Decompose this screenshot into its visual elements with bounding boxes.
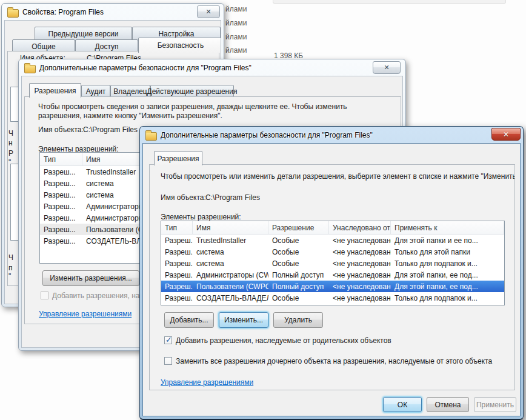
- inherit-permissions-checkbox[interactable]: ✓: [164, 336, 172, 344]
- window-title: Свойства: Program Files: [22, 8, 104, 16]
- object-name-label: Имя объекта:: [161, 193, 206, 202]
- titlebar[interactable]: Дополнительные параметры безопасности дл…: [21, 59, 403, 76]
- change-permissions-button[interactable]: Изменить разрешения...: [42, 270, 139, 286]
- object-name-label: Имя объекта:: [38, 125, 84, 134]
- delete-button[interactable]: Удалить: [273, 312, 323, 328]
- table-row[interactable]: Разреш... система Особые <не унаследован…: [161, 246, 504, 258]
- add-button[interactable]: Добавить...: [164, 312, 214, 328]
- background-list-highlight: [273, 0, 506, 4]
- folder-icon: [24, 65, 36, 73]
- dialog-body: Разрешения Чтобы просмотреть или изменит…: [142, 143, 521, 416]
- folder-icon: [145, 132, 157, 141]
- column-header-name[interactable]: Имя: [193, 221, 268, 234]
- replace-permissions-checkbox[interactable]: [164, 357, 172, 365]
- list-item[interactable]: йлами: [225, 5, 247, 13]
- permission-entries-table: Тип Имя Разрешение Унаследовано от Приме…: [161, 221, 505, 305]
- close-button[interactable]: ✕: [491, 128, 521, 141]
- column-header-inherited-from[interactable]: Унаследовано от: [329, 221, 391, 234]
- permissions-tab-page: Чтобы просмотреть или изменить детали ра…: [149, 164, 515, 390]
- table-row-selected[interactable]: Разреш... Пользователи (CWPC\... Полный …: [161, 281, 504, 292]
- object-name-value: C:\Program Files: [83, 125, 138, 134]
- manage-permissions-link[interactable]: Управление разрешениями: [39, 310, 132, 318]
- clipped-text: Ч: [8, 253, 13, 262]
- clipped-text: Ч: [8, 129, 13, 138]
- cancel-button[interactable]: Отмена: [427, 397, 469, 412]
- column-header-permission[interactable]: Разрешение: [268, 221, 329, 234]
- titlebar[interactable]: Дополнительные параметры безопасности дл…: [142, 127, 521, 143]
- close-icon: ✕: [384, 64, 389, 72]
- tab-security[interactable]: Безопасность: [138, 38, 221, 53]
- inherit-permissions-checkbox[interactable]: [41, 292, 48, 299]
- list-item[interactable]: йлами: [225, 46, 247, 55]
- object-name-value: C:\Program Files: [205, 193, 260, 202]
- instruction-text: Чтобы просмотреть сведения о записи разр…: [38, 102, 378, 121]
- folder-icon: [7, 9, 19, 18]
- instruction-text: Чтобы просмотреть или изменить детали ра…: [161, 172, 515, 181]
- column-header-apply-to[interactable]: Применять к: [391, 221, 504, 234]
- advanced-security-dialog-front: Дополнительные параметры безопасности дл…: [139, 126, 524, 420]
- table-row[interactable]: Разреш... СОЗДАТЕЛЬ-ВЛАДЕЛЕЦ Особые <не …: [161, 292, 504, 304]
- permission-entries-label: Элементы разрешений:: [161, 213, 241, 221]
- window-title: Дополнительные параметры безопасности дл…: [161, 131, 373, 139]
- clipped-text: п: [8, 264, 13, 272]
- titlebar[interactable]: Свойства: Program Files: [4, 4, 221, 20]
- clipped-text: ": [8, 272, 11, 281]
- tab-permissions[interactable]: Разрешения: [154, 151, 202, 165]
- manage-permissions-link[interactable]: Управление разрешениями: [161, 378, 253, 387]
- window-title: Дополнительные параметры безопасности дл…: [39, 64, 251, 72]
- close-button[interactable]: ✕: [373, 61, 401, 74]
- tab-previous-versions[interactable]: Предыдущие версии: [35, 27, 132, 41]
- replace-permissions-label: Заменить все разрешения дочернего объект…: [176, 357, 492, 365]
- tab-permissions[interactable]: Разрешения: [29, 83, 81, 98]
- list-item[interactable]: йлами: [225, 33, 247, 41]
- list-item[interactable]: йлами: [225, 19, 247, 27]
- clipped-text: Р: [8, 149, 13, 158]
- inherit-permissions-label: Добавить разрешения, наследуемые от роди…: [176, 336, 391, 345]
- table-row[interactable]: Разреш... Администраторы (CWP... Полный …: [161, 269, 504, 281]
- table-row[interactable]: Разреш... система Особые <не унаследован…: [161, 258, 504, 269]
- table-row[interactable]: Разреш... TrustedInstaller Особые <не ун…: [161, 235, 504, 246]
- ok-button[interactable]: ОК: [383, 397, 422, 412]
- clipped-text: ": [8, 158, 11, 167]
- close-button[interactable]: ✕: [197, 5, 220, 18]
- close-icon: ✕: [205, 8, 211, 16]
- column-header-type[interactable]: Тип: [40, 153, 82, 165]
- close-icon: ✕: [503, 130, 509, 139]
- check-icon: ✓: [165, 335, 172, 344]
- apply-button[interactable]: Применить: [474, 397, 516, 412]
- column-header-type[interactable]: Тип: [161, 221, 193, 234]
- edit-button[interactable]: Изменить...: [219, 312, 268, 328]
- clipped-text: н: [8, 139, 13, 147]
- table-header: Тип Имя Разрешение Унаследовано от Приме…: [161, 221, 504, 235]
